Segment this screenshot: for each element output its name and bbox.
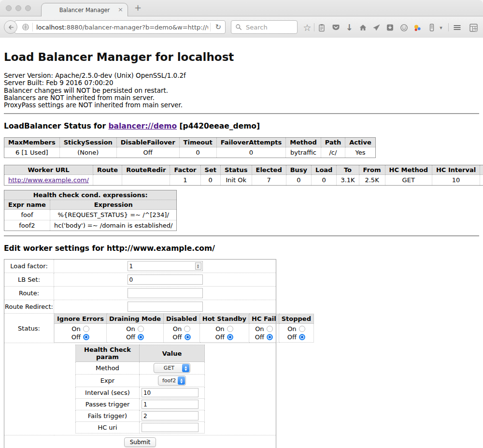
form-row: Health Check paramValue MethodGET▲▼Exprf… (4, 343, 276, 435)
table-cell: 7 (252, 175, 286, 186)
tab-close-icon[interactable]: × (118, 6, 123, 13)
table-row: http://www.example.com/10Init Ok7003.1K2… (4, 175, 483, 186)
hc-param-label: Passes trigger (76, 399, 140, 410)
column-header: Route (93, 165, 122, 175)
fails-input[interactable] (142, 411, 199, 420)
status-radio-cell: OnOff (164, 324, 200, 343)
hc-uri-input[interactable] (142, 423, 199, 432)
status-off-radio[interactable] (138, 334, 144, 340)
radio-option-label: Off (287, 333, 297, 341)
radio-option: Off (202, 333, 247, 341)
form-row: Load factor: ▲▼ (4, 260, 276, 273)
status-off-radio[interactable] (83, 334, 89, 340)
status-radio-cell: OnOff (55, 324, 107, 343)
table-cell: 0 (312, 175, 337, 186)
expression-cell: %{REQUEST_STATUS} =~ /^[234]/ (50, 210, 177, 220)
home-icon[interactable] (358, 23, 368, 32)
interval-input[interactable] (142, 388, 199, 397)
back-icon (7, 24, 14, 31)
form-row: Status: Ignore ErrorsDraining ModeDisabl… (4, 314, 276, 343)
worker-url-link[interactable]: http://www.example.com/ (8, 176, 89, 184)
status-on-radio[interactable] (299, 326, 305, 332)
route-input[interactable] (128, 288, 203, 298)
status-radio-cell: OnOff (279, 324, 313, 343)
browser-tab[interactable]: Balancer Manager × (41, 3, 128, 17)
status-on-radio[interactable] (267, 326, 273, 332)
select-down-icon: ▼ (180, 381, 183, 384)
server-info-line: Balancer changes will NOT be persisted o… (4, 87, 479, 94)
table-cell (122, 175, 170, 186)
number-stepper-icon[interactable]: ▲▼ (195, 262, 201, 270)
select-value: foof2 (158, 377, 178, 384)
send-icon[interactable] (371, 23, 381, 32)
page-content: Load Balancer Manager for localhost Serv… (0, 38, 483, 448)
search-input[interactable] (245, 23, 293, 31)
radio-option-label: On (287, 325, 296, 332)
route-redirect-input[interactable] (128, 302, 203, 312)
battery-device-icon[interactable] (427, 23, 437, 32)
menu-icon[interactable] (452, 23, 462, 32)
status-radio-cell: OnOff (199, 324, 249, 343)
colored-dots-icon[interactable] (412, 23, 422, 32)
bookmark-star-icon[interactable]: ☆ (302, 23, 312, 32)
status-on-radio[interactable] (184, 326, 190, 332)
load-factor-input[interactable] (128, 261, 203, 271)
balancer-link[interactable]: balancer://demo (108, 122, 177, 130)
window-minimize-button[interactable] (15, 5, 21, 11)
status-on-radio[interactable] (227, 326, 233, 332)
table-cell: 1 (0) (480, 175, 483, 186)
forum-smiley-icon[interactable] (399, 23, 409, 32)
worker-status-table: Worker URLRouteRouteRedirFactorSetStatus… (4, 165, 483, 186)
navigation-toolbar: localhost:8880/balancer-manager?b=demo&w… (0, 16, 483, 38)
column-header: HC Method (385, 165, 432, 175)
server-info-line: Server Built: Feb 9 2016 07:00:20 (4, 79, 479, 87)
submit-button[interactable]: Submit (124, 437, 156, 447)
radio-option-label: Off (255, 333, 264, 341)
status-on-radio[interactable] (138, 326, 144, 332)
lb-set-input[interactable] (128, 275, 203, 285)
method-select[interactable]: GET▲▼ (154, 363, 190, 373)
stepper-down-icon[interactable]: ▼ (197, 266, 199, 269)
column-header: Busy (286, 165, 311, 175)
status-on-radio[interactable] (83, 326, 89, 332)
column-header: DisableFailover (116, 138, 179, 147)
download-icon[interactable]: ↓ (344, 23, 354, 32)
toolbar-divider (448, 23, 449, 31)
radio-option: Off (57, 333, 104, 341)
table-header-row: Worker URLRouteRouteRedirFactorSetStatus… (4, 165, 483, 175)
table-header-row: Health Check paramValue (76, 345, 205, 362)
status-off-radio[interactable] (227, 334, 233, 340)
radio-option-label: Off (172, 333, 182, 341)
table-header-row: Ignore ErrorsDraining ModeDisabledHot St… (55, 314, 314, 324)
load-factor-field: ▲▼ (128, 261, 203, 271)
pocket-icon[interactable] (331, 23, 341, 32)
search-bar[interactable] (231, 20, 298, 34)
url-bar[interactable]: localhost:8880/balancer-manager?b=demo&w… (14, 20, 226, 34)
pages-grid-icon[interactable] (469, 23, 478, 32)
balancer-status-heading: LoadBalancer Status for balancer://demo … (4, 122, 479, 130)
status-off-radio[interactable] (267, 334, 273, 340)
window-controls (6, 5, 31, 11)
passes-input[interactable] (142, 400, 199, 409)
table-row: Interval (secs) (76, 387, 205, 399)
address-text[interactable]: localhost:8880/balancer-manager?b=demo&w… (36, 24, 208, 31)
status-off-radio[interactable] (299, 334, 305, 340)
new-tab-button[interactable]: + (134, 2, 142, 13)
reload-icon[interactable]: ↻ (210, 23, 221, 31)
column-header: HC Fail (249, 314, 279, 324)
status-off-radio[interactable] (185, 334, 191, 340)
window-zoom-button[interactable] (25, 5, 31, 11)
load-factor-label: Load factor: (4, 260, 54, 273)
radio-option-label: Off (215, 333, 225, 341)
form-value-cell (54, 273, 276, 287)
save-to-device-icon[interactable] (385, 23, 395, 32)
back-button[interactable] (4, 20, 17, 34)
page-title: Load Balancer Manager for localhost (4, 50, 479, 64)
expression-cell: hc('body') =~ /domain is established/ (50, 220, 177, 231)
dropdown-caret-icon[interactable]: ▾ (436, 23, 446, 32)
heading-suffix: [p4420eeae_demo] (177, 122, 260, 130)
expr-select[interactable]: foof2▲▼ (158, 376, 186, 386)
window-close-button[interactable] (6, 5, 12, 11)
column-header: Timeout (179, 138, 216, 147)
clipboard-icon[interactable] (317, 23, 327, 32)
